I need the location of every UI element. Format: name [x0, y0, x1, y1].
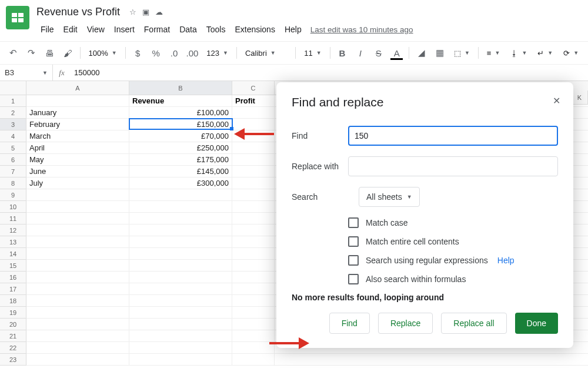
- cloud-icon[interactable]: ☁: [155, 8, 163, 16]
- cell[interactable]: [26, 189, 129, 201]
- font-select[interactable]: Calibri▼: [240, 45, 292, 61]
- row-header[interactable]: 21: [0, 330, 26, 342]
- row-header[interactable]: 14: [0, 248, 26, 260]
- regex-checkbox[interactable]: [348, 255, 359, 266]
- cell[interactable]: [232, 342, 275, 354]
- row-header[interactable]: 22: [0, 342, 26, 354]
- cell[interactable]: [232, 107, 275, 119]
- zoom-select[interactable]: 100%▼: [84, 45, 122, 61]
- cell[interactable]: [129, 225, 232, 236]
- cell[interactable]: [26, 213, 129, 225]
- wrap-icon[interactable]: ↵▼: [533, 45, 557, 61]
- menu-data[interactable]: Data: [175, 22, 201, 36]
- cell[interactable]: [129, 213, 232, 225]
- move-icon[interactable]: ▣: [142, 8, 149, 16]
- find-button[interactable]: Find: [329, 313, 370, 334]
- match-entire-checkbox[interactable]: [348, 236, 359, 247]
- cell[interactable]: [232, 248, 275, 260]
- cell-overflow[interactable]: [275, 354, 588, 366]
- undo-icon[interactable]: ↶: [5, 45, 22, 61]
- row-header[interactable]: 13: [0, 236, 26, 248]
- grid-corner[interactable]: [0, 81, 26, 95]
- row-header[interactable]: 9: [0, 189, 26, 201]
- cell[interactable]: £145,000: [129, 166, 232, 177]
- row-header[interactable]: 4: [0, 130, 26, 142]
- menu-insert[interactable]: Insert: [110, 22, 139, 36]
- halign-icon[interactable]: ≡▼: [482, 45, 505, 61]
- cell[interactable]: [26, 236, 129, 248]
- percent-icon[interactable]: %: [148, 45, 165, 61]
- redo-icon[interactable]: ↷: [23, 45, 40, 61]
- cell[interactable]: £100,000: [129, 107, 232, 119]
- row-header[interactable]: 2: [0, 107, 26, 119]
- cell[interactable]: [232, 177, 275, 189]
- cell[interactable]: [232, 283, 275, 295]
- col-header-far[interactable]: K: [571, 91, 588, 105]
- cell[interactable]: [26, 95, 129, 107]
- row-header[interactable]: 6: [0, 154, 26, 166]
- cell[interactable]: [129, 295, 232, 307]
- cell[interactable]: [232, 272, 275, 283]
- search-scope-select[interactable]: All sheets▼: [359, 187, 420, 207]
- print-icon[interactable]: 🖶: [41, 45, 58, 61]
- cell[interactable]: [26, 319, 129, 330]
- cell[interactable]: July: [26, 177, 129, 189]
- cell[interactable]: Revenue: [129, 95, 232, 107]
- cell[interactable]: [232, 142, 275, 154]
- cell[interactable]: [26, 342, 129, 354]
- row-header[interactable]: 10: [0, 201, 26, 213]
- cell[interactable]: [129, 307, 232, 319]
- col-header[interactable]: A: [26, 81, 129, 95]
- cell[interactable]: [26, 272, 129, 283]
- row-header[interactable]: 7: [0, 166, 26, 177]
- fill-color-icon[interactable]: ◢: [413, 45, 430, 61]
- dec-decrease-icon[interactable]: .0: [166, 45, 183, 61]
- cell[interactable]: [129, 342, 232, 354]
- cell[interactable]: [232, 189, 275, 201]
- row-header[interactable]: 3: [0, 119, 26, 130]
- cell[interactable]: [26, 307, 129, 319]
- cell[interactable]: [26, 354, 129, 366]
- row-header[interactable]: 15: [0, 260, 26, 272]
- cell[interactable]: [232, 201, 275, 213]
- cell[interactable]: [232, 354, 275, 366]
- cell[interactable]: [129, 319, 232, 330]
- col-header[interactable]: B: [129, 81, 232, 95]
- cell[interactable]: [129, 248, 232, 260]
- merge-icon[interactable]: ⬚▼: [449, 45, 475, 61]
- cell[interactable]: [26, 295, 129, 307]
- row-header[interactable]: 16: [0, 272, 26, 283]
- row-header[interactable]: 23: [0, 354, 26, 366]
- menu-file[interactable]: File: [36, 22, 58, 36]
- cell[interactable]: £300,000: [129, 177, 232, 189]
- menu-view[interactable]: View: [83, 22, 109, 36]
- cell[interactable]: £250,000: [129, 142, 232, 154]
- cell[interactable]: February: [26, 119, 129, 130]
- cell[interactable]: [129, 260, 232, 272]
- close-icon[interactable]: ✕: [549, 92, 564, 110]
- menu-edit[interactable]: Edit: [59, 22, 82, 36]
- cell[interactable]: [232, 319, 275, 330]
- replace-button[interactable]: Replace: [378, 313, 433, 334]
- cell[interactable]: [26, 260, 129, 272]
- cell[interactable]: April: [26, 142, 129, 154]
- cell[interactable]: Profit: [232, 95, 275, 107]
- cell[interactable]: March: [26, 130, 129, 142]
- menu-help[interactable]: Help: [280, 22, 306, 36]
- paint-format-icon[interactable]: 🖌: [59, 45, 76, 61]
- font-size-select[interactable]: 11▼: [299, 45, 326, 61]
- rotate-icon[interactable]: ⟳▼: [559, 45, 583, 61]
- cell[interactable]: [26, 248, 129, 260]
- menu-format[interactable]: Format: [140, 22, 174, 36]
- dec-increase-icon[interactable]: .00: [183, 45, 201, 61]
- row-header[interactable]: 8: [0, 177, 26, 189]
- cell[interactable]: [129, 354, 232, 366]
- cell[interactable]: [232, 260, 275, 272]
- done-button[interactable]: Done: [515, 313, 558, 334]
- text-color-icon[interactable]: A: [388, 45, 405, 61]
- cell[interactable]: [232, 236, 275, 248]
- cell[interactable]: [26, 283, 129, 295]
- cell[interactable]: [129, 283, 232, 295]
- help-link[interactable]: Help: [497, 256, 514, 265]
- cell[interactable]: [232, 154, 275, 166]
